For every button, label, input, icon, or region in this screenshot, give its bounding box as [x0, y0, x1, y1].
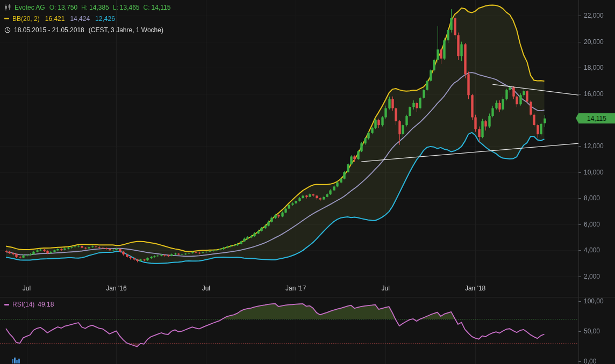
- rsi-value: 49,18: [38, 301, 54, 308]
- bb-color-icon: [4, 18, 9, 19]
- price-axis-label: 20,000: [584, 38, 604, 46]
- price-axis-label: 22,000: [584, 12, 604, 19]
- ohlc-item: C:14,115: [144, 4, 171, 11]
- time-axis-label: Jan '17: [285, 285, 306, 292]
- price-axis-label: 18,000: [584, 64, 604, 71]
- time-axis[interactable]: JulJan '16JulJan '17JulJan '18: [0, 281, 578, 297]
- bb-basis-value: 14,424: [70, 15, 90, 23]
- price-axis[interactable]: 22,00020,00018,00016,00014,00012,00010,0…: [578, 0, 615, 297]
- rsi-legend-row[interactable]: RSI(14) 49,18: [4, 301, 54, 308]
- price-axis-label: 6,000: [584, 221, 600, 228]
- chart-canvas[interactable]: [0, 0, 615, 364]
- time-axis-label: Jul: [23, 285, 31, 292]
- ohlc-values: O:13,750H:14,385L:13,465C:14,115: [49, 4, 175, 11]
- time-axis-label: Jul: [382, 285, 390, 292]
- price-axis-label: 10,000: [584, 169, 604, 176]
- time-axis-label: Jan '18: [465, 285, 485, 292]
- last-price-value: 14,115: [587, 115, 606, 122]
- price-axis-label: 4,000: [584, 246, 600, 254]
- date-range: 18.05.2015 - 21.05.2018: [14, 26, 84, 34]
- rsi-axis[interactable]: 100,0050,000,00: [578, 298, 615, 364]
- rsi-label: RSI(14): [12, 301, 34, 308]
- main-legend: Evotec AG O:13,750H:14,385L:13,465C:14,1…: [4, 4, 174, 38]
- series-legend-row[interactable]: Evotec AG O:13,750H:14,385L:13,465C:14,1…: [4, 4, 174, 11]
- symbol-name: Evotec AG: [15, 4, 45, 11]
- time-axis-label: Jul: [202, 285, 210, 292]
- price-axis-label: 8,000: [584, 194, 600, 202]
- price-axis-label: 16,000: [584, 90, 604, 98]
- time-axis-label: Jan '16: [106, 285, 126, 292]
- partial-pane-icon[interactable]: [12, 357, 23, 363]
- date-range-row: 18.05.2015 - 21.05.2018 (CEST, 3 Jahre, …: [4, 26, 174, 33]
- trading-chart-window: Evotec AG O:13,750H:14,385L:13,465C:14,1…: [0, 0, 615, 364]
- bb-lower-value: 12,426: [95, 15, 115, 23]
- bb-label: BB(20, 2): [12, 15, 40, 23]
- price-axis-label: 12,000: [584, 142, 604, 150]
- rsi-color-icon: [4, 304, 9, 305]
- last-price-tag: 14,115: [578, 113, 615, 123]
- candlestick-icon: [4, 4, 11, 11]
- ohlc-item: L:13,465: [113, 4, 140, 11]
- rsi-axis-label: 0,00: [584, 358, 596, 364]
- clock-icon: [4, 27, 11, 33]
- price-axis-label: 2,000: [584, 273, 600, 280]
- ohlc-item: H:14,385: [81, 4, 109, 11]
- range-detail: (CEST, 3 Jahre, 1 Woche): [89, 26, 163, 34]
- bb-upper-value: 16,421: [45, 15, 65, 23]
- ohlc-item: O:13,750: [49, 4, 77, 11]
- bb-legend-row[interactable]: BB(20, 2) 16,421 14,424 12,426: [4, 15, 174, 22]
- rsi-axis-label: 50,00: [584, 327, 600, 335]
- rsi-axis-label: 100,00: [584, 297, 604, 305]
